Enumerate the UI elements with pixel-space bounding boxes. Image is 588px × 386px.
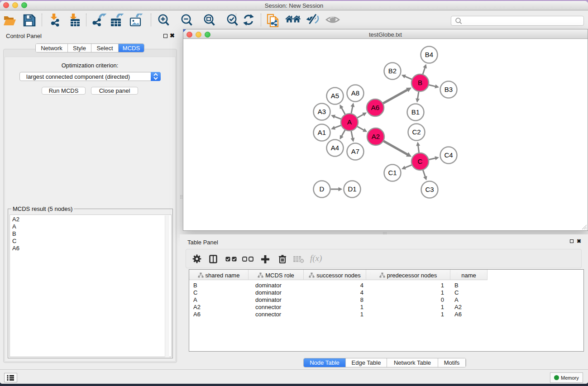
svg-text:A5: A5	[331, 92, 339, 100]
svg-text:C4: C4	[444, 151, 453, 159]
svg-text:B4: B4	[425, 51, 433, 58]
svg-text:B: B	[418, 79, 422, 86]
svg-text:D1: D1	[348, 185, 356, 193]
svg-text:A: A	[347, 118, 352, 126]
svg-text:C2: C2	[412, 128, 421, 136]
svg-text:D: D	[320, 185, 325, 193]
svg-text:C1: C1	[388, 169, 397, 176]
svg-text:A8: A8	[351, 89, 359, 97]
svg-text:A2: A2	[372, 133, 380, 140]
svg-text:C3: C3	[425, 186, 434, 193]
svg-text:B1: B1	[411, 108, 420, 116]
svg-text:B2: B2	[388, 67, 397, 75]
svg-text:A6: A6	[371, 104, 379, 111]
svg-text:B3: B3	[445, 86, 453, 93]
svg-text:A4: A4	[331, 144, 339, 152]
svg-text:A1: A1	[318, 129, 326, 136]
svg-text:A7: A7	[351, 148, 359, 155]
svg-text:C: C	[418, 157, 423, 165]
svg-text:A3: A3	[318, 108, 326, 115]
